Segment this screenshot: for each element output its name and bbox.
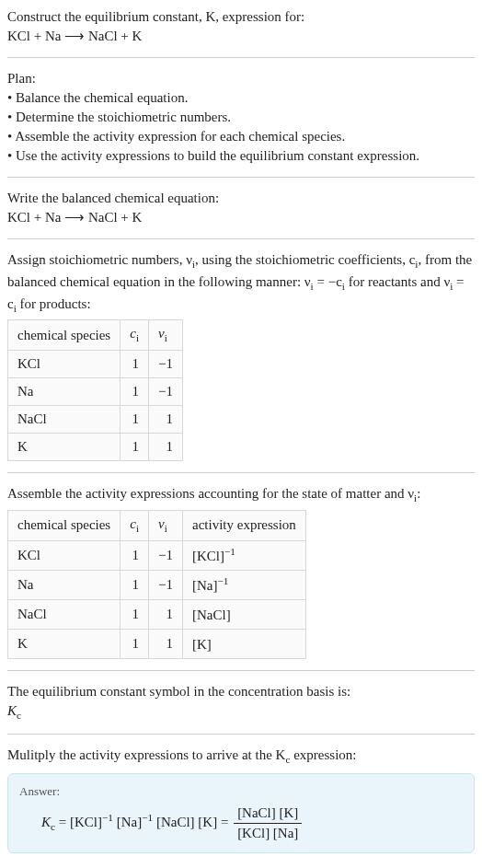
table-row: chemical species ci νi activity expressi… bbox=[8, 510, 306, 540]
table-row: NaCl 1 1 [NaCl] bbox=[8, 599, 306, 629]
balanced-intro: Write the balanced chemical equation: bbox=[7, 191, 219, 205]
kc-symbol: Kc bbox=[7, 703, 21, 718]
table-row: NaCl 1 1 bbox=[8, 406, 183, 434]
stoich-table: chemical species ci νi KCl 1 −1 Na 1 −1 … bbox=[7, 319, 183, 461]
cell-expr: [K] bbox=[182, 629, 305, 658]
cell-v: −1 bbox=[149, 540, 183, 570]
divider bbox=[7, 57, 475, 58]
balanced-section: Write the balanced chemical equation: KC… bbox=[7, 189, 475, 227]
stoich-intro: Assign stoichiometric numbers, νi, using… bbox=[7, 252, 472, 311]
col-species: chemical species bbox=[8, 320, 120, 351]
cell-c: 1 bbox=[120, 599, 149, 629]
table-row: K 1 1 [K] bbox=[8, 629, 306, 658]
question-line1: Construct the equilibrium constant, K, e… bbox=[7, 9, 304, 24]
cell-v: 1 bbox=[149, 629, 183, 658]
table-row: K 1 1 bbox=[8, 434, 183, 461]
cell-species: K bbox=[8, 629, 120, 658]
plan-title: Plan: bbox=[7, 71, 36, 86]
plan-item: • Use the activity expressions to build … bbox=[7, 148, 419, 163]
multiply-section: Mulitply the activity expressions to arr… bbox=[7, 746, 475, 853]
table-row: Na 1 −1 bbox=[8, 378, 183, 406]
table-row: chemical species ci νi bbox=[8, 320, 183, 351]
col-v: νi bbox=[149, 510, 183, 540]
col-c: ci bbox=[120, 320, 149, 351]
cell-v: 1 bbox=[149, 599, 183, 629]
divider bbox=[7, 238, 475, 239]
cell-c: 1 bbox=[120, 406, 149, 434]
activity-table: chemical species ci νi activity expressi… bbox=[7, 510, 306, 659]
cell-species: Na bbox=[8, 378, 120, 406]
answer-equation: Kc = [KCl]−1 [Na]−1 [NaCl] [K] = [NaCl] … bbox=[19, 804, 463, 843]
cell-expr: [KCl]−1 bbox=[182, 540, 305, 570]
cell-species: Na bbox=[8, 570, 120, 599]
plan-item: • Determine the stoichiometric numbers. bbox=[7, 110, 231, 124]
col-v: νi bbox=[149, 320, 183, 351]
multiply-intro: Mulitply the activity expressions to arr… bbox=[7, 747, 357, 762]
table-row: KCl 1 −1 bbox=[8, 351, 183, 378]
cell-v: 1 bbox=[149, 434, 183, 461]
cell-expr: [Na]−1 bbox=[182, 570, 305, 599]
cell-c: 1 bbox=[120, 434, 149, 461]
cell-c: 1 bbox=[120, 378, 149, 406]
plan-item: • Assemble the activity expression for e… bbox=[7, 129, 345, 144]
divider bbox=[7, 472, 475, 473]
activity-section: Assemble the activity expressions accoun… bbox=[7, 484, 475, 659]
col-expr: activity expression bbox=[182, 510, 305, 540]
cell-species: NaCl bbox=[8, 406, 120, 434]
col-species: chemical species bbox=[8, 510, 120, 540]
cell-v: 1 bbox=[149, 406, 183, 434]
table-row: KCl 1 −1 [KCl]−1 bbox=[8, 540, 306, 570]
kc-intro: The equilibrium constant symbol in the c… bbox=[7, 684, 350, 699]
cell-v: −1 bbox=[149, 351, 183, 378]
table-row: Na 1 −1 [Na]−1 bbox=[8, 570, 306, 599]
col-c: ci bbox=[120, 510, 149, 540]
question-equation: KCl + Na ⟶ NaCl + K bbox=[7, 29, 142, 43]
cell-v: −1 bbox=[149, 570, 183, 599]
divider bbox=[7, 177, 475, 178]
plan-item: • Balance the chemical equation. bbox=[7, 90, 188, 105]
cell-c: 1 bbox=[120, 629, 149, 658]
divider bbox=[7, 670, 475, 671]
cell-species: NaCl bbox=[8, 599, 120, 629]
kc-symbol-section: The equilibrium constant symbol in the c… bbox=[7, 682, 475, 723]
answer-box: Answer: Kc = [KCl]−1 [Na]−1 [NaCl] [K] =… bbox=[7, 773, 475, 853]
cell-c: 1 bbox=[120, 570, 149, 599]
cell-c: 1 bbox=[120, 540, 149, 570]
cell-species: KCl bbox=[8, 351, 120, 378]
stoich-section: Assign stoichiometric numbers, νi, using… bbox=[7, 250, 475, 461]
cell-v: −1 bbox=[149, 378, 183, 406]
answer-label: Answer: bbox=[19, 783, 463, 800]
cell-species: KCl bbox=[8, 540, 120, 570]
activity-intro: Assemble the activity expressions accoun… bbox=[7, 486, 420, 501]
cell-species: K bbox=[8, 434, 120, 461]
plan-section: Plan: • Balance the chemical equation. •… bbox=[7, 69, 475, 166]
divider bbox=[7, 734, 475, 735]
question-header: Construct the equilibrium constant, K, e… bbox=[7, 7, 475, 46]
balanced-equation: KCl + Na ⟶ NaCl + K bbox=[7, 210, 142, 225]
cell-expr: [NaCl] bbox=[182, 599, 305, 629]
cell-c: 1 bbox=[120, 351, 149, 378]
